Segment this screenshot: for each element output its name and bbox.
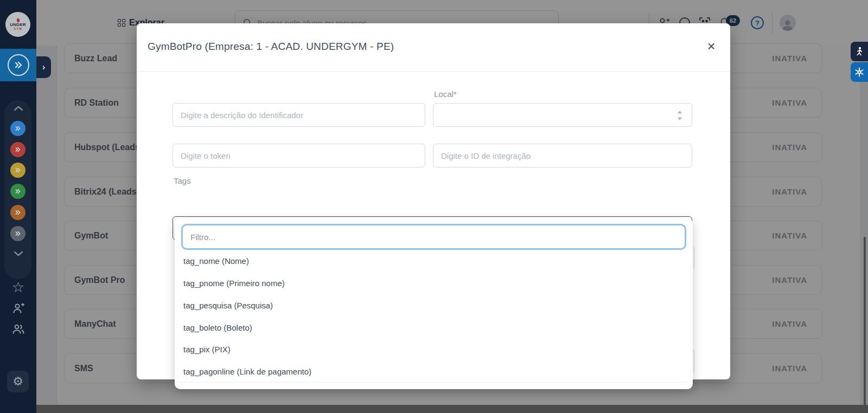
- undergym-logo[interactable]: UNDER GYM: [5, 12, 30, 37]
- sidebar-item-active-channel[interactable]: [0, 49, 36, 81]
- channel-blue-icon[interactable]: [10, 121, 25, 136]
- assistant-person-icon: [854, 46, 864, 57]
- tags-label: Tags: [174, 176, 191, 185]
- tag-option[interactable]: tag_boleto (Boleto): [183, 320, 682, 336]
- select-arrows-icon: [676, 109, 683, 124]
- channel-orange-icon[interactable]: [10, 205, 25, 220]
- tags-filter-input[interactable]: [181, 224, 686, 250]
- modal-header-divider: [137, 71, 730, 72]
- settings-gear-icon[interactable]: ⚙: [7, 371, 29, 392]
- users-icon[interactable]: [0, 322, 36, 336]
- token-input[interactable]: [173, 144, 425, 167]
- assistant-widget-button[interactable]: [851, 42, 868, 61]
- waves-icon: [8, 54, 29, 76]
- logo-text-bottom: GYM: [14, 28, 22, 31]
- tag-option[interactable]: tag_pagonline (Link de pagamento): [183, 364, 682, 380]
- dropdown-separator: [180, 382, 687, 383]
- add-user-icon[interactable]: [0, 301, 36, 315]
- tag-option[interactable]: tag_pnome (Primeiro nome): [183, 275, 682, 292]
- tags-dropdown: tag_nome (Nome)tag_pnome (Primeiro nome)…: [175, 218, 693, 389]
- tag-option[interactable]: tag_pesquisa (Pesquisa): [183, 298, 682, 314]
- channel-yellow-icon[interactable]: [10, 163, 25, 178]
- local-select[interactable]: [433, 103, 692, 127]
- tag-option[interactable]: tag_nome (Nome): [183, 253, 682, 269]
- tag-option[interactable]: tag_pix (PIX): [183, 341, 682, 358]
- logo-text-top: UNDER: [10, 23, 25, 27]
- identifier-input[interactable]: [173, 103, 425, 127]
- integration-id-input[interactable]: [433, 144, 692, 167]
- chevron-up-icon[interactable]: [0, 104, 36, 113]
- channel-red-icon[interactable]: [10, 142, 25, 157]
- sidebar-expand-button[interactable]: ›: [36, 56, 51, 78]
- chevron-down-icon[interactable]: [0, 249, 36, 258]
- local-label: Local*: [434, 89, 457, 99]
- openai-widget-button[interactable]: [851, 62, 868, 82]
- vertical-scrollbar[interactable]: [864, 237, 866, 413]
- favorites-star-icon[interactable]: ☆: [0, 279, 36, 295]
- bottom-band: [36, 405, 868, 413]
- logo-mark: [17, 18, 20, 22]
- sidebar: UNDER GYM ☆ ⚙: [0, 0, 36, 413]
- close-icon[interactable]: ×: [704, 38, 719, 54]
- channel-gray-icon[interactable]: [10, 226, 25, 241]
- openai-icon: [854, 67, 865, 78]
- channel-green-icon[interactable]: [10, 184, 25, 199]
- modal-title: GymBotPro (Empresa: 1 - ACAD. UNDERGYM -…: [148, 41, 394, 53]
